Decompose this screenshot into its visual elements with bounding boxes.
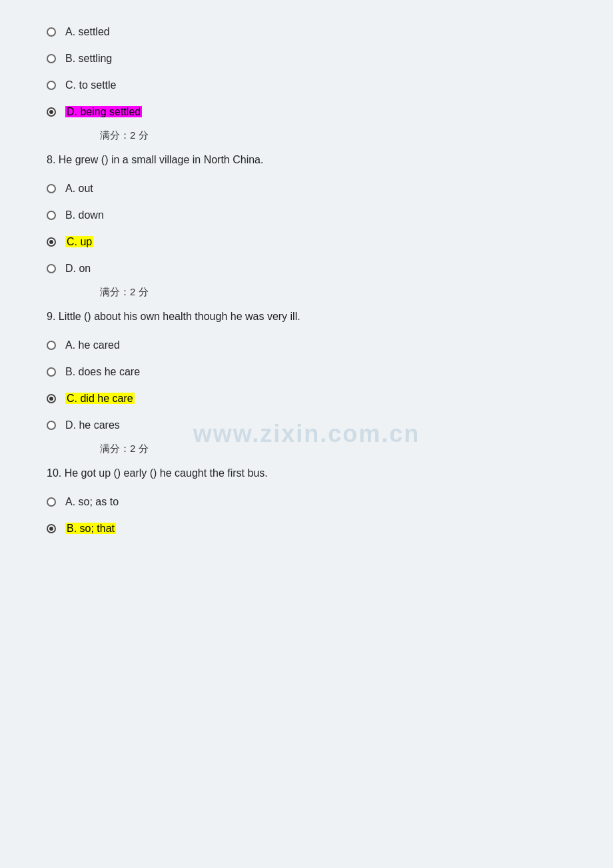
question-block-q9: 9. Little () about his own health though… [47, 307, 566, 455]
option-label: D. on [65, 263, 91, 275]
option-label: B. does he care [65, 366, 140, 378]
question-text-q9: 9. Little () about his own health though… [47, 307, 566, 327]
option-label: A. he cared [65, 339, 120, 351]
option-row[interactable]: D. he cares [47, 413, 566, 437]
radio-d-q8[interactable] [47, 264, 56, 273]
option-label: C. to settle [65, 79, 116, 91]
option-row[interactable]: A. so; as to [47, 490, 566, 514]
radio-a-q7[interactable] [47, 27, 56, 37]
highlighted-answer: C. up [65, 236, 93, 247]
question-text-q10: 10. He got up () early () he caught the … [47, 463, 566, 483]
score-q9: 满分：2 分 [100, 443, 566, 455]
option-row[interactable]: C. did he care [47, 387, 566, 411]
radio-b-q8[interactable] [47, 211, 56, 220]
highlighted-answer: D. being settled [65, 106, 142, 117]
score-q7: 满分：2 分 [100, 129, 566, 142]
option-row[interactable]: B. does he care [47, 360, 566, 384]
option-label: D. being settled [65, 106, 142, 118]
radio-a-q8[interactable] [47, 184, 56, 193]
option-label: D. he cares [65, 419, 120, 431]
question-text-q8: 8. He grew () in a small village in Nort… [47, 150, 566, 170]
content-area: A. settled B. settling C. to settle D. b… [0, 13, 613, 554]
option-label: C. up [65, 236, 93, 248]
score-q8: 满分：2 分 [100, 286, 566, 299]
radio-a-q9[interactable] [47, 341, 56, 350]
option-label: A. so; as to [65, 496, 119, 508]
option-label: B. down [65, 209, 104, 221]
option-row[interactable]: B. down [47, 203, 566, 227]
highlighted-answer: C. did he care [65, 393, 135, 404]
option-row[interactable]: D. being settled [47, 100, 566, 124]
radio-a-q10[interactable] [47, 497, 56, 507]
option-label: A. out [65, 183, 93, 195]
option-label: C. did he care [65, 393, 135, 405]
option-row[interactable]: D. on [47, 257, 566, 281]
question-block-q7: A. settled B. settling C. to settle D. b… [47, 20, 566, 142]
option-row[interactable]: A. he cared [47, 333, 566, 357]
option-label: A. settled [65, 26, 110, 38]
highlighted-answer: B. so; that [65, 523, 116, 534]
question-block-q10: 10. He got up () early () he caught the … [47, 463, 566, 541]
radio-c-q8[interactable] [47, 237, 56, 247]
option-row[interactable]: A. settled [47, 20, 566, 44]
page-container: www.zixin.com.cn A. settled B. settling … [0, 0, 613, 868]
option-row[interactable]: C. up [47, 230, 566, 254]
radio-c-q7[interactable] [47, 81, 56, 90]
option-row[interactable]: A. out [47, 177, 566, 201]
radio-d-q7[interactable] [47, 107, 56, 117]
radio-b-q7[interactable] [47, 54, 56, 63]
question-block-q8: 8. He grew () in a small village in Nort… [47, 150, 566, 299]
option-row[interactable]: B. settling [47, 47, 566, 71]
radio-b-q9[interactable] [47, 367, 56, 377]
radio-b-q10[interactable] [47, 524, 56, 533]
radio-d-q9[interactable] [47, 421, 56, 430]
option-label: B. so; that [65, 523, 116, 535]
option-row[interactable]: C. to settle [47, 73, 566, 97]
option-row[interactable]: B. so; that [47, 517, 566, 541]
option-label: B. settling [65, 53, 112, 65]
radio-c-q9[interactable] [47, 394, 56, 403]
